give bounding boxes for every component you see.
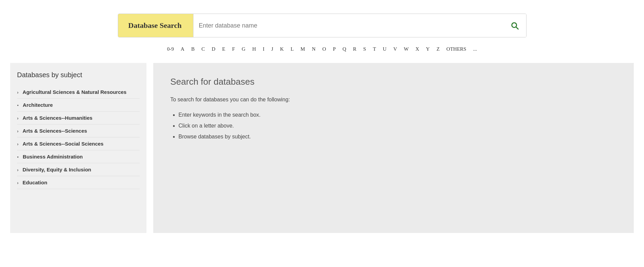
subject-label: Architecture <box>23 102 140 108</box>
content-title: Search for databases <box>170 77 617 87</box>
alpha-link-l[interactable]: L <box>289 46 295 53</box>
alpha-link-x[interactable]: X <box>414 46 421 53</box>
main-content: Databases by subject ›Agricultural Scien… <box>10 63 634 233</box>
alpha-link-n[interactable]: N <box>311 46 317 53</box>
subject-item[interactable]: ›Diversity, Equity & Inclusion <box>17 163 140 176</box>
search-input[interactable] <box>199 22 508 29</box>
alpha-link-g[interactable]: G <box>240 46 247 53</box>
chevron-icon: › <box>17 167 18 172</box>
alpha-link-o[interactable]: O <box>321 46 328 53</box>
search-button[interactable] <box>508 19 521 32</box>
search-bar: Database Search <box>118 14 527 37</box>
sidebar: Databases by subject ›Agricultural Scien… <box>10 63 146 233</box>
alpha-link-d[interactable]: D <box>210 46 217 53</box>
alpha-link-f[interactable]: F <box>231 46 236 53</box>
search-icon <box>510 21 519 30</box>
content-panel: Search for databases To search for datab… <box>153 63 634 233</box>
list-item: Enter keywords in the search box. <box>178 110 617 120</box>
alpha-link-s[interactable]: S <box>362 46 367 53</box>
alpha-link-y[interactable]: Y <box>425 46 431 53</box>
subject-label: Business Administration <box>23 154 140 160</box>
chevron-icon: › <box>17 129 18 134</box>
alpha-link-a[interactable]: A <box>179 46 186 53</box>
subject-item[interactable]: ›Arts & Sciences--Social Sciences <box>17 137 140 150</box>
alphabet-nav: 0-9ABCDEFGHIJKLMNOPQRSTUVWXYZOTHERS... <box>10 46 634 53</box>
sidebar-title: Databases by subject <box>17 71 140 79</box>
alpha-link-w[interactable]: W <box>403 46 410 53</box>
search-input-wrapper <box>193 14 526 37</box>
subject-list: ›Agricultural Sciences & Natural Resourc… <box>17 86 140 189</box>
bullet-icon: ● <box>17 104 19 107</box>
subject-item[interactable]: ●Business Administration <box>17 150 140 163</box>
alpha-link-e[interactable]: E <box>221 46 226 53</box>
subject-item[interactable]: ›Agricultural Sciences & Natural Resourc… <box>17 86 140 99</box>
alpha-link-i[interactable]: I <box>262 46 266 53</box>
subject-label: Agricultural Sciences & Natural Resource… <box>22 89 140 95</box>
alpha-link-u[interactable]: U <box>381 46 388 53</box>
alpha-link-c[interactable]: C <box>200 46 206 53</box>
alpha-link-others[interactable]: OTHERS <box>445 46 468 53</box>
alpha-link-q[interactable]: Q <box>341 46 348 53</box>
subject-item[interactable]: ●Architecture <box>17 99 140 112</box>
alpha-link-t[interactable]: T <box>372 46 377 53</box>
alpha-link-j[interactable]: J <box>270 46 275 53</box>
subject-label: Education <box>22 180 140 185</box>
alpha-link-b[interactable]: B <box>190 46 196 53</box>
subject-label: Arts & Sciences--Sciences <box>22 128 140 134</box>
search-label: Database Search <box>118 14 193 37</box>
subject-item[interactable]: ›Arts & Sciences--Sciences <box>17 124 140 137</box>
subject-item[interactable]: ›Arts & Sciences--Humanities <box>17 112 140 124</box>
subject-item[interactable]: ›Education <box>17 176 140 189</box>
bullet-icon: ● <box>17 155 19 158</box>
subject-label: Arts & Sciences--Humanities <box>22 115 140 121</box>
chevron-icon: › <box>17 116 18 121</box>
list-item: Click on a letter above. <box>178 120 617 131</box>
subject-label: Arts & Sciences--Social Sciences <box>22 141 140 147</box>
alpha-link-z[interactable]: Z <box>435 46 441 53</box>
alpha-link-r[interactable]: R <box>352 46 358 53</box>
chevron-icon: › <box>17 90 18 95</box>
alpha-link----[interactable]: ... <box>472 46 478 53</box>
alpha-link-0-9[interactable]: 0-9 <box>166 46 175 53</box>
alpha-link-p[interactable]: P <box>331 46 337 53</box>
subject-label: Diversity, Equity & Inclusion <box>22 167 140 172</box>
alpha-link-h[interactable]: H <box>251 46 257 53</box>
content-description: To search for databases you can do the f… <box>170 95 617 104</box>
content-list: Enter keywords in the search box.Click o… <box>170 110 617 142</box>
alpha-link-m[interactable]: M <box>299 46 306 53</box>
chevron-icon: › <box>17 141 18 147</box>
list-item: Browse databases by subject. <box>178 131 617 142</box>
chevron-icon: › <box>17 180 18 185</box>
alpha-link-v[interactable]: V <box>392 46 398 53</box>
alpha-link-k[interactable]: K <box>279 46 285 53</box>
